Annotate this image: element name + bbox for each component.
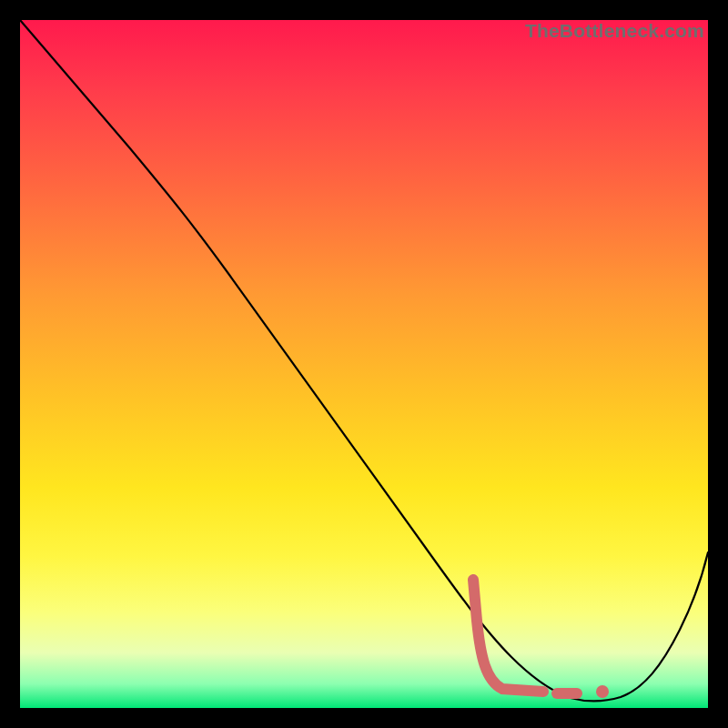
chart-frame: TheBottleneck.com bbox=[20, 20, 708, 708]
chart-svg bbox=[20, 20, 708, 708]
highlight-dot bbox=[596, 685, 609, 698]
bottleneck-curve-path bbox=[20, 20, 708, 701]
highlight-segment bbox=[473, 580, 543, 692]
